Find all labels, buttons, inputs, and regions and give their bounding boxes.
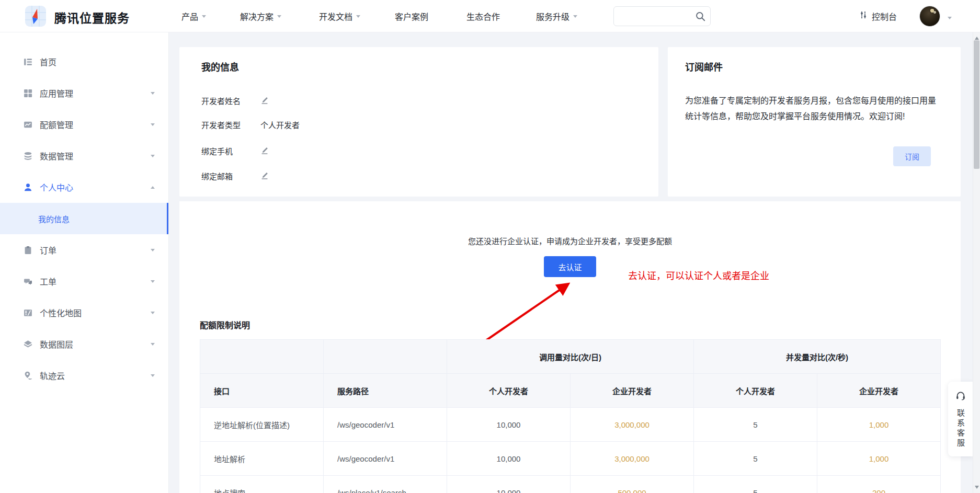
edit-icon[interactable] (260, 146, 269, 155)
sidebar-item-custom-map[interactable]: 个性化地图 (0, 297, 168, 328)
certification-notice: 您还没进行企业认证，申请成为企业开发者，享受更多配额 (179, 235, 961, 246)
chevron-down-icon (151, 123, 155, 128)
chevron-down-icon (151, 249, 155, 254)
sidebar-item-quota-management[interactable]: 配额管理 (0, 109, 168, 140)
quota-table: 调用量对比(次/日) 并发量对比(次/秒) 接口 服务路径 个人开发者 企业开发… (200, 339, 941, 493)
nav-item-solutions[interactable]: 解决方案 (240, 0, 281, 32)
developer-type-value: 个人开发者 (260, 119, 300, 130)
sidebar-item-data-layers[interactable]: 数据图层 (0, 328, 168, 360)
chevron-down-icon (151, 312, 155, 316)
field-bound-email: 绑定邮箱 (201, 170, 269, 181)
nav-item-docs[interactable]: 开发文档 (319, 0, 360, 32)
chevron-down-icon (151, 92, 155, 97)
sidebar-subitem-my-info[interactable]: 我的信息 (0, 203, 168, 234)
support-tab-label: 联系客服 (955, 409, 966, 449)
certification-quota-section: 您还没进行企业认证，申请成为企业开发者，享受更多配额 去认证 去认证，可以认证个… (179, 201, 961, 493)
field-developer-name: 开发者姓名 (201, 95, 269, 106)
home-list-icon (23, 57, 33, 67)
chevron-down-icon (151, 343, 155, 348)
brand-title: 腾讯位置服务 (54, 8, 130, 26)
chevron-down-icon (151, 155, 155, 159)
table-row: 逆地址解析(位置描述) /ws/geocoder/v1 10,000 3,000… (200, 408, 941, 442)
apps-grid-icon (23, 88, 33, 98)
field-bound-phone: 绑定手机 (201, 145, 269, 156)
user-icon (23, 182, 33, 192)
sidebar-item-home[interactable]: 首页 (0, 46, 168, 77)
sidebar-item-orders[interactable]: 订单 (0, 234, 168, 266)
red-annotation-text: 去认证，可以认证个人或者是企业 (628, 268, 769, 282)
table-row: 地点搜索 /ws/place/v1/search 10,000 500,000 … (200, 476, 941, 493)
subscribe-title: 订阅邮件 (685, 60, 723, 73)
subscribe-button[interactable]: 订阅 (893, 146, 931, 166)
top-navbar: 腾讯位置服务 产品 解决方案 开发文档 客户案例 生态合作 服务升级 (0, 0, 980, 32)
vertical-scrollbar[interactable] (973, 32, 980, 493)
active-indicator-bar (167, 203, 168, 234)
sidebar-item-app-management[interactable]: 应用管理 (0, 77, 168, 109)
edit-icon[interactable] (260, 171, 269, 180)
sidebar-item-data-management[interactable]: 数据管理 (0, 140, 168, 171)
chevron-down-icon (356, 15, 360, 20)
nav-item-products[interactable]: 产品 (181, 0, 206, 32)
sidebar-item-track-cloud[interactable]: 轨迹云 (0, 360, 168, 391)
chevron-down-icon (151, 280, 155, 285)
headset-icon (955, 390, 966, 404)
table-row: 地址解析 /ws/geocoder/v1 10,000 3,000,000 5 … (200, 442, 941, 476)
scroll-down-arrow-icon[interactable] (975, 486, 979, 491)
chevron-up-icon (151, 184, 155, 189)
chevron-down-icon[interactable] (948, 17, 952, 21)
chevron-down-icon (151, 374, 155, 379)
nav-item-cases[interactable]: 客户案例 (395, 0, 428, 32)
ticket-chat-icon (23, 277, 33, 286)
my-info-card: 我的信息 开发者姓名 开发者类型 个人开发者 绑定手机 绑定邮箱 (179, 47, 658, 197)
sidebar-item-personal-center[interactable]: 个人中心 (0, 171, 168, 203)
my-info-title: 我的信息 (201, 60, 239, 73)
subscribe-description: 为您准备了专属定制的开发者服务月报，包含您每月使用的接口用量统计等信息，帮助您及… (685, 93, 937, 124)
group-header-concurrency: 并发量对比(次/秒) (694, 340, 941, 374)
search-icon[interactable] (695, 11, 706, 24)
compass-logo-icon[interactable] (25, 6, 46, 27)
chevron-down-icon (573, 15, 577, 20)
order-clipboard-icon (23, 245, 33, 255)
group-header-daily-calls: 调用量对比(次/日) (447, 340, 694, 374)
quota-table-title: 配额限制说明 (200, 318, 250, 331)
quota-chart-icon (23, 120, 33, 130)
custom-map-icon (23, 308, 33, 318)
track-pin-icon (23, 371, 33, 381)
search-input[interactable] (619, 7, 692, 25)
field-developer-type: 开发者类型 个人开发者 (201, 119, 300, 130)
scroll-up-arrow-icon[interactable] (975, 35, 979, 40)
quota-table-group-header-row: 调用量对比(次/日) 并发量对比(次/秒) (200, 340, 941, 374)
chevron-down-icon (277, 15, 281, 20)
avatar[interactable] (919, 6, 940, 27)
layers-icon (23, 339, 33, 349)
chevron-down-icon (202, 15, 206, 20)
edit-icon[interactable] (260, 96, 269, 105)
database-icon (23, 151, 33, 161)
go-certify-button[interactable]: 去认证 (544, 256, 596, 277)
scrollbar-thumb[interactable] (974, 40, 979, 169)
sidebar: 首页 应用管理 配额管理 数据管理 个人中心 我的信息 (0, 32, 169, 493)
search-box (613, 6, 711, 26)
nav-item-ecosystem[interactable]: 生态合作 (466, 0, 500, 32)
sliders-icon (859, 10, 868, 22)
subscribe-mail-card: 订阅邮件 为您准备了专属定制的开发者服务月报，包含您每月使用的接口用量统计等信息… (668, 47, 961, 197)
console-link[interactable]: 控制台 (859, 0, 897, 32)
contact-support-tab[interactable]: 联系客服 (948, 382, 973, 456)
sidebar-item-tickets[interactable]: 工单 (0, 266, 168, 297)
nav-item-upgrade[interactable]: 服务升级 (536, 0, 577, 32)
quota-table-column-header-row: 接口 服务路径 个人开发者 企业开发者 个人开发者 企业开发者 (200, 374, 941, 408)
